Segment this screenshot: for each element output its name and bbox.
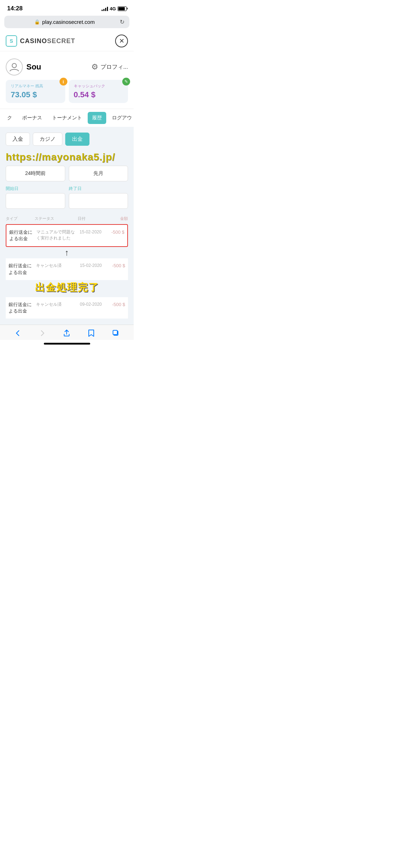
signal-icon xyxy=(102,6,108,11)
arrow-up-icon: ↑ xyxy=(65,248,69,257)
date-inputs: 開始日 終了日 xyxy=(6,186,128,209)
row3-date: 09-02-2020 xyxy=(77,301,104,308)
back-button[interactable] xyxy=(11,329,25,337)
table-row: 銀行送金による出金 キャンセル済 09-02-2020 -500 $ xyxy=(6,297,128,319)
watermark: https://mayonaka5.jp/ xyxy=(6,150,128,166)
network-indicator: 4G xyxy=(110,6,116,11)
user-info: Sou xyxy=(6,58,41,76)
casino-name: CASINOSECRET xyxy=(20,37,75,45)
real-money-card: i リアルマネー 残高 73.05 $ xyxy=(6,80,65,103)
row2-status: キャンセル済 xyxy=(36,263,77,269)
date-filters: 24時間前 先月 xyxy=(6,166,128,181)
forward-button[interactable] xyxy=(35,329,50,337)
svg-rect-2 xyxy=(113,330,117,335)
header-date: 日付 xyxy=(78,216,107,221)
profile-text: プロフィ... xyxy=(101,63,128,71)
cashback-amount: 0.54 $ xyxy=(74,90,123,99)
nav-tab-ku[interactable]: ク xyxy=(3,112,16,124)
info-badge[interactable]: i xyxy=(60,78,67,86)
status-bar: 14:28 4G xyxy=(0,0,134,14)
header-type: タイプ xyxy=(6,216,35,221)
row2-amount: -500 $ xyxy=(104,263,125,269)
lock-icon: 🔒 xyxy=(34,19,40,25)
arrow-annotation: ↑ xyxy=(6,248,128,257)
casino-logo: S CASINOSECRET xyxy=(6,35,75,47)
header-status: ステータス xyxy=(35,216,78,221)
row1-type: 銀行送金による出金 xyxy=(9,229,36,242)
start-date-field[interactable] xyxy=(6,193,65,209)
annotation-text: 出金処理完了 xyxy=(6,281,128,294)
sub-tab-withdrawal[interactable]: 出金 xyxy=(65,133,89,146)
nav-tab-logout[interactable]: ログアウト xyxy=(108,112,134,124)
profile-link[interactable]: ⚙ プロフィ... xyxy=(91,62,128,72)
svg-point-0 xyxy=(12,63,16,68)
nav-tabs: ク ボーナス トーナメント 履歴 ログアウト xyxy=(0,109,134,127)
filter-24h[interactable]: 24時間前 xyxy=(6,166,65,181)
nav-tab-tournament[interactable]: トーナメント xyxy=(48,112,86,124)
row2-type: 銀行送金による出金 xyxy=(9,263,36,275)
table-row: 銀行送金による出金 キャンセル済 15-02-2020 -500 $ xyxy=(6,258,128,280)
bookmarks-button[interactable] xyxy=(84,329,98,337)
status-time: 14:28 xyxy=(7,5,22,12)
start-date-group: 開始日 xyxy=(6,186,65,209)
gear-icon: ⚙ xyxy=(91,62,98,72)
username: Sou xyxy=(26,62,41,72)
url-text: play.casinosecret.com xyxy=(42,19,94,25)
share-button[interactable] xyxy=(60,329,74,337)
table-row: 銀行送金による出金 マニュアルで問題なく実行されました 15-02-2020 -… xyxy=(6,224,128,247)
address-bar[interactable]: 🔒 play.casinosecret.com ↻ xyxy=(4,16,129,28)
edit-badge[interactable]: ✎ xyxy=(122,78,130,86)
balance-cards: i リアルマネー 残高 73.05 $ ✎ キャッシュバック 0.54 $ xyxy=(0,80,134,109)
sub-tab-deposit[interactable]: 入金 xyxy=(6,133,30,146)
real-money-amount: 73.05 $ xyxy=(11,90,60,99)
end-date-field[interactable] xyxy=(69,193,128,209)
row3-type: 銀行送金による出金 xyxy=(9,301,36,314)
status-icons: 4G xyxy=(102,6,127,11)
refresh-icon[interactable]: ↻ xyxy=(120,19,124,25)
home-indicator xyxy=(0,340,134,346)
cashback-label: キャッシュバック xyxy=(74,83,123,89)
row3-status: キャンセル済 xyxy=(36,301,77,308)
browser-bottom-bar xyxy=(0,325,134,340)
row1-status: マニュアルで問題なく実行されました xyxy=(36,229,77,241)
nav-tab-history[interactable]: 履歴 xyxy=(88,112,106,124)
header-amount: 金額 xyxy=(106,216,128,221)
address-content: 🔒 play.casinosecret.com xyxy=(9,19,120,25)
content-area: 入金 カジノ 出金 https://mayonaka5.jp/ 24時間前 先月… xyxy=(0,127,134,325)
close-button[interactable]: ✕ xyxy=(115,35,128,47)
start-date-label: 開始日 xyxy=(6,186,65,192)
end-date-label: 終了日 xyxy=(69,186,128,192)
row3-amount: -500 $ xyxy=(104,301,125,308)
sub-tabs: 入金 カジノ 出金 xyxy=(6,133,128,146)
tabs-button[interactable] xyxy=(109,329,123,337)
row1-date: 15-02-2020 xyxy=(77,229,104,235)
home-bar xyxy=(44,343,90,345)
casino-header: S CASINOSECRET ✕ xyxy=(0,31,134,51)
real-money-label: リアルマネー 残高 xyxy=(11,83,60,89)
end-date-group: 終了日 xyxy=(69,186,128,209)
table-header: タイプ ステータス 日付 金額 xyxy=(6,215,128,223)
cashback-card: ✎ キャッシュバック 0.54 $ xyxy=(69,80,128,103)
battery-icon xyxy=(118,6,127,11)
sub-tab-casino[interactable]: カジノ xyxy=(33,133,62,146)
nav-tab-bonus[interactable]: ボーナス xyxy=(18,112,46,124)
user-section: Sou ⚙ プロフィ... xyxy=(0,51,134,80)
row2-date: 15-02-2020 xyxy=(77,263,104,269)
avatar xyxy=(6,58,23,76)
logo-icon: S xyxy=(6,35,17,47)
row1-amount: -500 $ xyxy=(104,229,124,236)
filter-last-month[interactable]: 先月 xyxy=(69,166,128,181)
